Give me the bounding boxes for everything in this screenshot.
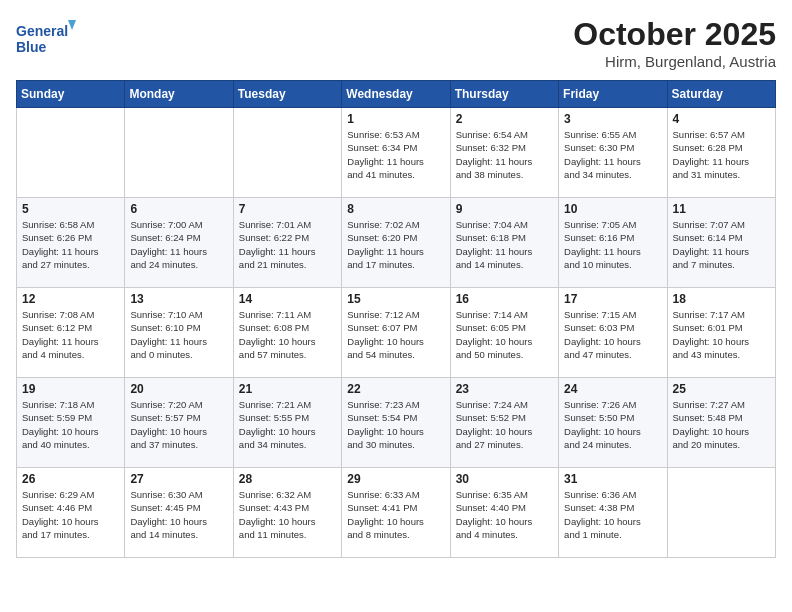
day-cell: 21Sunrise: 7:21 AM Sunset: 5:55 PM Dayli… (233, 378, 341, 468)
day-number: 24 (564, 382, 661, 396)
day-number: 18 (673, 292, 770, 306)
day-number: 5 (22, 202, 119, 216)
day-number: 2 (456, 112, 553, 126)
header: General Blue October 2025 Hirm, Burgenla… (16, 16, 776, 70)
day-cell: 15Sunrise: 7:12 AM Sunset: 6:07 PM Dayli… (342, 288, 450, 378)
day-info: Sunrise: 7:11 AM Sunset: 6:08 PM Dayligh… (239, 308, 336, 361)
day-cell: 4Sunrise: 6:57 AM Sunset: 6:28 PM Daylig… (667, 108, 775, 198)
day-cell: 3Sunrise: 6:55 AM Sunset: 6:30 PM Daylig… (559, 108, 667, 198)
day-info: Sunrise: 7:01 AM Sunset: 6:22 PM Dayligh… (239, 218, 336, 271)
day-number: 1 (347, 112, 444, 126)
day-number: 3 (564, 112, 661, 126)
day-info: Sunrise: 7:23 AM Sunset: 5:54 PM Dayligh… (347, 398, 444, 451)
week-row-5: 26Sunrise: 6:29 AM Sunset: 4:46 PM Dayli… (17, 468, 776, 558)
day-info: Sunrise: 7:04 AM Sunset: 6:18 PM Dayligh… (456, 218, 553, 271)
day-info: Sunrise: 7:00 AM Sunset: 6:24 PM Dayligh… (130, 218, 227, 271)
day-number: 12 (22, 292, 119, 306)
day-cell: 12Sunrise: 7:08 AM Sunset: 6:12 PM Dayli… (17, 288, 125, 378)
day-number: 9 (456, 202, 553, 216)
day-header-sunday: Sunday (17, 81, 125, 108)
day-info: Sunrise: 7:18 AM Sunset: 5:59 PM Dayligh… (22, 398, 119, 451)
day-info: Sunrise: 7:10 AM Sunset: 6:10 PM Dayligh… (130, 308, 227, 361)
logo: General Blue (16, 16, 76, 60)
svg-text:Blue: Blue (16, 39, 47, 55)
day-cell: 5Sunrise: 6:58 AM Sunset: 6:26 PM Daylig… (17, 198, 125, 288)
day-number: 30 (456, 472, 553, 486)
day-header-saturday: Saturday (667, 81, 775, 108)
week-row-2: 5Sunrise: 6:58 AM Sunset: 6:26 PM Daylig… (17, 198, 776, 288)
day-cell (17, 108, 125, 198)
day-info: Sunrise: 7:12 AM Sunset: 6:07 PM Dayligh… (347, 308, 444, 361)
day-number: 10 (564, 202, 661, 216)
week-row-1: 1Sunrise: 6:53 AM Sunset: 6:34 PM Daylig… (17, 108, 776, 198)
day-info: Sunrise: 6:36 AM Sunset: 4:38 PM Dayligh… (564, 488, 661, 541)
day-info: Sunrise: 7:24 AM Sunset: 5:52 PM Dayligh… (456, 398, 553, 451)
day-cell: 25Sunrise: 7:27 AM Sunset: 5:48 PM Dayli… (667, 378, 775, 468)
day-number: 8 (347, 202, 444, 216)
day-cell: 1Sunrise: 6:53 AM Sunset: 6:34 PM Daylig… (342, 108, 450, 198)
day-info: Sunrise: 6:32 AM Sunset: 4:43 PM Dayligh… (239, 488, 336, 541)
day-info: Sunrise: 7:08 AM Sunset: 6:12 PM Dayligh… (22, 308, 119, 361)
day-info: Sunrise: 6:58 AM Sunset: 6:26 PM Dayligh… (22, 218, 119, 271)
day-cell: 26Sunrise: 6:29 AM Sunset: 4:46 PM Dayli… (17, 468, 125, 558)
day-number: 14 (239, 292, 336, 306)
week-row-4: 19Sunrise: 7:18 AM Sunset: 5:59 PM Dayli… (17, 378, 776, 468)
day-cell: 31Sunrise: 6:36 AM Sunset: 4:38 PM Dayli… (559, 468, 667, 558)
title-area: October 2025 Hirm, Burgenland, Austria (573, 16, 776, 70)
day-cell: 22Sunrise: 7:23 AM Sunset: 5:54 PM Dayli… (342, 378, 450, 468)
day-number: 6 (130, 202, 227, 216)
day-number: 21 (239, 382, 336, 396)
day-cell: 23Sunrise: 7:24 AM Sunset: 5:52 PM Dayli… (450, 378, 558, 468)
day-info: Sunrise: 6:30 AM Sunset: 4:45 PM Dayligh… (130, 488, 227, 541)
day-number: 15 (347, 292, 444, 306)
day-cell: 30Sunrise: 6:35 AM Sunset: 4:40 PM Dayli… (450, 468, 558, 558)
day-cell: 27Sunrise: 6:30 AM Sunset: 4:45 PM Dayli… (125, 468, 233, 558)
day-info: Sunrise: 7:17 AM Sunset: 6:01 PM Dayligh… (673, 308, 770, 361)
day-info: Sunrise: 7:20 AM Sunset: 5:57 PM Dayligh… (130, 398, 227, 451)
day-number: 20 (130, 382, 227, 396)
day-number: 23 (456, 382, 553, 396)
day-number: 28 (239, 472, 336, 486)
day-info: Sunrise: 6:33 AM Sunset: 4:41 PM Dayligh… (347, 488, 444, 541)
day-cell: 10Sunrise: 7:05 AM Sunset: 6:16 PM Dayli… (559, 198, 667, 288)
day-number: 16 (456, 292, 553, 306)
day-number: 4 (673, 112, 770, 126)
day-info: Sunrise: 7:21 AM Sunset: 5:55 PM Dayligh… (239, 398, 336, 451)
day-number: 31 (564, 472, 661, 486)
day-header-wednesday: Wednesday (342, 81, 450, 108)
svg-marker-2 (68, 20, 76, 30)
day-cell (667, 468, 775, 558)
day-number: 11 (673, 202, 770, 216)
day-cell: 6Sunrise: 7:00 AM Sunset: 6:24 PM Daylig… (125, 198, 233, 288)
day-cell: 24Sunrise: 7:26 AM Sunset: 5:50 PM Dayli… (559, 378, 667, 468)
day-number: 19 (22, 382, 119, 396)
day-info: Sunrise: 6:57 AM Sunset: 6:28 PM Dayligh… (673, 128, 770, 181)
day-info: Sunrise: 6:54 AM Sunset: 6:32 PM Dayligh… (456, 128, 553, 181)
day-header-friday: Friday (559, 81, 667, 108)
day-number: 7 (239, 202, 336, 216)
day-header-monday: Monday (125, 81, 233, 108)
day-info: Sunrise: 7:02 AM Sunset: 6:20 PM Dayligh… (347, 218, 444, 271)
svg-text:General: General (16, 23, 68, 39)
day-number: 22 (347, 382, 444, 396)
day-cell: 19Sunrise: 7:18 AM Sunset: 5:59 PM Dayli… (17, 378, 125, 468)
day-number: 26 (22, 472, 119, 486)
day-info: Sunrise: 7:07 AM Sunset: 6:14 PM Dayligh… (673, 218, 770, 271)
day-cell: 17Sunrise: 7:15 AM Sunset: 6:03 PM Dayli… (559, 288, 667, 378)
day-cell: 14Sunrise: 7:11 AM Sunset: 6:08 PM Dayli… (233, 288, 341, 378)
day-info: Sunrise: 6:29 AM Sunset: 4:46 PM Dayligh… (22, 488, 119, 541)
day-header-thursday: Thursday (450, 81, 558, 108)
logo-svg: General Blue (16, 16, 76, 60)
day-cell: 16Sunrise: 7:14 AM Sunset: 6:05 PM Dayli… (450, 288, 558, 378)
day-cell: 9Sunrise: 7:04 AM Sunset: 6:18 PM Daylig… (450, 198, 558, 288)
day-number: 29 (347, 472, 444, 486)
location-title: Hirm, Burgenland, Austria (573, 53, 776, 70)
day-info: Sunrise: 6:35 AM Sunset: 4:40 PM Dayligh… (456, 488, 553, 541)
day-number: 27 (130, 472, 227, 486)
day-cell: 29Sunrise: 6:33 AM Sunset: 4:41 PM Dayli… (342, 468, 450, 558)
day-cell: 28Sunrise: 6:32 AM Sunset: 4:43 PM Dayli… (233, 468, 341, 558)
day-number: 17 (564, 292, 661, 306)
day-info: Sunrise: 7:15 AM Sunset: 6:03 PM Dayligh… (564, 308, 661, 361)
day-info: Sunrise: 7:05 AM Sunset: 6:16 PM Dayligh… (564, 218, 661, 271)
day-cell: 11Sunrise: 7:07 AM Sunset: 6:14 PM Dayli… (667, 198, 775, 288)
